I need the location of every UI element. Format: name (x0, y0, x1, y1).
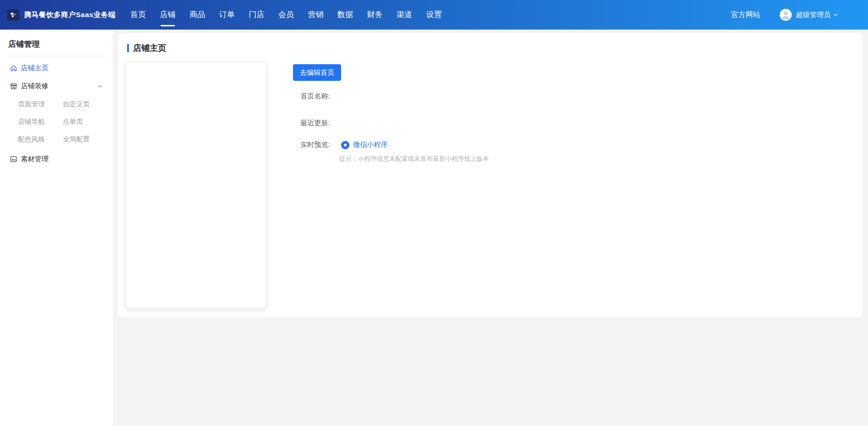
image-icon (10, 155, 18, 163)
brand-logo-icon (7, 9, 19, 21)
wechat-miniprogram-radio[interactable] (341, 141, 349, 149)
sidebar: 店铺管理 店铺主页 店铺装修 页面管理 自定义页 店铺导航 点单页 配色风格 全… (0, 30, 113, 426)
nav-item-channels[interactable]: 渠道 (397, 0, 412, 30)
sidebar-item-material-management[interactable]: 素材管理 (0, 150, 113, 168)
live-preview-field: 实时预览: 微信小程序 (300, 140, 388, 149)
nav-item-data[interactable]: 数据 (337, 0, 353, 30)
homepage-name-label: 首页名称: (300, 92, 330, 100)
shop-decoration-submenu: 页面管理 自定义页 店铺导航 点单页 配色风格 全局配置 (0, 95, 113, 148)
chevron-up-icon[interactable] (97, 84, 103, 89)
storefront-icon (10, 82, 18, 90)
sidebar-subitem-global-config[interactable]: 全局配置 (63, 130, 113, 148)
wechat-miniprogram-link[interactable]: 微信小程序 (353, 140, 388, 149)
user-icon (780, 9, 792, 21)
sidebar-item-label: 店铺装修 (21, 82, 49, 91)
live-preview-label: 实时预览: (300, 140, 341, 149)
brand-title: 腾马餐饮多商户Saas业务端 (24, 10, 116, 19)
nav-item-shop[interactable]: 店铺 (160, 0, 176, 30)
homepage-preview-panel (126, 62, 266, 308)
sidebar-subitem-custom-page[interactable]: 自定义页 (63, 95, 113, 113)
section-title-bar (127, 44, 129, 52)
shop-homepage-card: 店铺主页 去编辑首页 首页名称: 最近更新: 实时预览: 微信小程序 提示：小程… (118, 33, 862, 317)
primary-nav: 首页 店铺 商品 订单 门店 会员 营销 数据 财务 渠道 设置 (130, 0, 442, 30)
official-website-link[interactable]: 官方网站 (731, 10, 760, 20)
last-updated-label: 最近更新: (300, 119, 330, 127)
nav-item-stores[interactable]: 门店 (249, 0, 264, 30)
chevron-down-icon (833, 12, 838, 18)
nav-item-settings[interactable]: 设置 (426, 0, 442, 30)
sidebar-item-shop-decoration[interactable]: 店铺装修 (0, 77, 113, 95)
nav-item-marketing[interactable]: 营销 (308, 0, 324, 30)
nav-item-finance[interactable]: 财务 (367, 0, 383, 30)
edit-homepage-button[interactable]: 去编辑首页 (293, 64, 341, 81)
avatar (780, 9, 792, 21)
sidebar-subitem-shop-navigation[interactable]: 店铺导航 (18, 113, 63, 130)
sidebar-subitem-page-management[interactable]: 页面管理 (18, 95, 63, 113)
nav-item-goods[interactable]: 商品 (189, 0, 205, 30)
sidebar-subitem-color-style[interactable]: 配色风格 (18, 130, 63, 148)
sidebar-title: 店铺管理 (0, 30, 113, 56)
section-title-row: 店铺主页 (127, 43, 166, 54)
user-name: 超级管理员 (796, 11, 831, 19)
nav-item-home[interactable]: 首页 (130, 0, 146, 30)
sidebar-subitem-order-page[interactable]: 点单页 (63, 113, 113, 130)
navbar-right: 官方网站 超级管理员 (731, 9, 868, 21)
sidebar-divider (8, 56, 104, 56)
brand: 腾马餐饮多商户Saas业务端 (0, 9, 116, 21)
user-menu[interactable]: 超级管理员 (780, 9, 838, 21)
sidebar-item-shop-homepage[interactable]: 店铺主页 (0, 59, 113, 77)
sidebar-item-label: 店铺主页 (21, 64, 49, 73)
home-icon (10, 64, 18, 72)
preview-hint: 提示：小程序信息未配置或未发布最新小程序线上版本 (339, 155, 489, 163)
section-title: 店铺主页 (133, 43, 166, 54)
sidebar-item-label: 素材管理 (21, 155, 49, 164)
top-navbar: 腾马餐饮多商户Saas业务端 首页 店铺 商品 订单 门店 会员 营销 数据 财… (0, 0, 868, 30)
last-updated-field: 最近更新: (300, 119, 330, 128)
logo-glyph (10, 12, 17, 18)
nav-item-orders[interactable]: 订单 (219, 0, 235, 30)
homepage-name-field: 首页名称: (300, 92, 330, 101)
nav-item-members[interactable]: 会员 (278, 0, 294, 30)
